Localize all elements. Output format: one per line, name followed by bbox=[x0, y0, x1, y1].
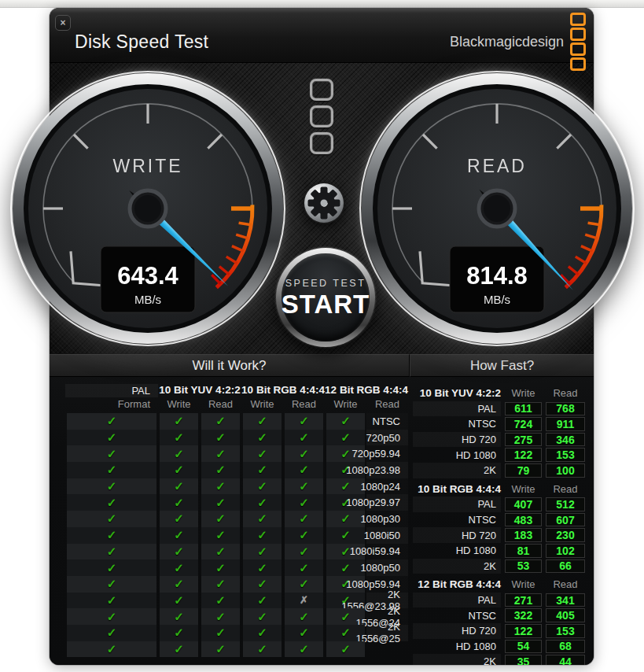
check-icon: ✓ bbox=[285, 608, 323, 625]
format-label: 2K bbox=[413, 654, 501, 665]
write-gauge: WRITE 643.4 MB/s bbox=[6, 67, 289, 350]
read-speed-value: 814.8 bbox=[466, 262, 528, 290]
check-icon: ✓ bbox=[67, 608, 156, 625]
check-icon: ✓ bbox=[243, 527, 282, 544]
check-icon: ✓ bbox=[201, 413, 240, 430]
check-icon: ✓ bbox=[243, 511, 282, 527]
check-icon: ✓ bbox=[67, 445, 156, 462]
format-label: 1080p23.98 bbox=[366, 462, 408, 478]
check-icon: ✓ bbox=[160, 544, 198, 560]
blackmagic-logo-icon bbox=[570, 13, 586, 71]
check-icon: ✓ bbox=[160, 413, 198, 430]
section-header: 10 Bit YUV 4:2:2 bbox=[413, 386, 501, 401]
check-icon: ✓ bbox=[326, 559, 365, 576]
format-label: 720p50 bbox=[366, 430, 408, 446]
check-icon: ✓ bbox=[201, 593, 240, 609]
brand-name: Blackmagicdesign bbox=[450, 34, 564, 50]
format-label: HD 1080 bbox=[413, 639, 501, 655]
format-label: 1080i59.94 bbox=[366, 544, 408, 560]
check-icon: ✓ bbox=[67, 462, 156, 478]
start-button[interactable]: SPEED TEST START bbox=[276, 248, 375, 347]
check-icon: ✓ bbox=[285, 625, 323, 641]
gauge-label: WRITE bbox=[112, 156, 182, 176]
fps-read-value: 512 bbox=[546, 497, 585, 511]
fps-read-value: 153 bbox=[546, 448, 585, 462]
check-icon: ✓ bbox=[67, 511, 156, 527]
check-icon: ✓ bbox=[67, 544, 156, 560]
format-label: NTSC bbox=[413, 607, 501, 623]
check-icon: ✓ bbox=[201, 576, 240, 593]
check-icon: ✓ bbox=[326, 413, 365, 430]
will-it-work-table: 10 Bit YUV 4:2:210 Bit RGB 4:4:412 Bit R… bbox=[65, 384, 408, 657]
check-icon: ✓ bbox=[285, 641, 323, 658]
how-fast-section: 12 Bit RGB 4:4:4WriteReadPAL271341NTSC32… bbox=[413, 577, 591, 665]
check-icon: ✓ bbox=[160, 494, 198, 511]
check-icon: ✓ bbox=[160, 608, 198, 625]
fps-read-value: 153 bbox=[546, 624, 585, 638]
check-icon: ✓ bbox=[67, 478, 156, 495]
fps-write-value: 122 bbox=[505, 448, 542, 462]
fps-write-value: 275 bbox=[505, 433, 542, 447]
check-icon: ✓ bbox=[201, 462, 240, 478]
close-button[interactable]: × bbox=[55, 15, 71, 31]
check-icon: ✓ bbox=[243, 576, 282, 593]
start-button-label: START bbox=[282, 291, 370, 317]
check-icon: ✓ bbox=[243, 608, 282, 625]
fps-write-value: 81 bbox=[505, 544, 542, 558]
format-label: 720p59.94 bbox=[366, 445, 408, 462]
check-icon: ✓ bbox=[201, 544, 240, 560]
write-read-column-header: Read bbox=[546, 577, 585, 593]
fps-write-value: 54 bbox=[505, 640, 542, 654]
format-label: 2K 1556@25 bbox=[366, 625, 408, 641]
fps-read-value: 44 bbox=[546, 655, 585, 665]
window-title: Disk Speed Test bbox=[75, 31, 208, 53]
fps-read-value: 911 bbox=[546, 417, 585, 431]
write-read-column-header: Write bbox=[505, 577, 542, 593]
check-icon: ✓ bbox=[243, 494, 282, 511]
check-icon: ✓ bbox=[67, 593, 156, 609]
section-header: 10 Bit RGB 4:4:4 bbox=[413, 482, 501, 497]
gear-icon bbox=[308, 187, 340, 220]
check-icon: ✓ bbox=[243, 559, 282, 576]
check-icon: ✓ bbox=[243, 462, 282, 478]
write-speed-unit: MB/s bbox=[134, 293, 161, 306]
fps-read-value: 100 bbox=[546, 463, 585, 478]
check-icon: ✓ bbox=[326, 641, 365, 658]
start-button-face: SPEED TEST START bbox=[282, 253, 370, 342]
read-gauge: READ 814.8 MB/s bbox=[355, 67, 638, 350]
format-label: HD 720 bbox=[413, 527, 501, 543]
write-read-column-header: Read bbox=[546, 386, 585, 401]
fps-read-value: 102 bbox=[546, 544, 585, 558]
check-icon: ✓ bbox=[326, 430, 365, 446]
write-read-column-header: Write bbox=[505, 386, 542, 401]
fps-write-value: 183 bbox=[505, 528, 542, 542]
check-icon: ✓ bbox=[160, 625, 198, 641]
check-icon: ✓ bbox=[285, 576, 323, 593]
how-fast-table: 10 Bit YUV 4:2:2WriteReadPAL611768NTSC72… bbox=[413, 386, 591, 665]
write-read-column-header: Write bbox=[325, 397, 366, 413]
check-icon: ✓ bbox=[243, 430, 282, 446]
check-icon: ✓ bbox=[285, 511, 323, 527]
panel-headers: Will it Work? How Fast? bbox=[50, 354, 594, 377]
fps-read-value: 405 bbox=[546, 608, 585, 622]
check-icon: ✓ bbox=[285, 413, 323, 430]
how-fast-section: 10 Bit YUV 4:2:2WriteReadPAL611768NTSC72… bbox=[413, 386, 591, 478]
check-icon: ✓ bbox=[201, 625, 240, 641]
format-label: 1080i50 bbox=[366, 527, 408, 544]
check-icon: ✓ bbox=[285, 462, 323, 478]
write-read-column-header: Write bbox=[505, 482, 542, 497]
check-icon: ✓ bbox=[160, 593, 198, 609]
check-icon: ✓ bbox=[201, 478, 240, 495]
gauge-label: READ bbox=[467, 156, 527, 176]
settings-button[interactable] bbox=[303, 182, 345, 224]
check-icon: ✓ bbox=[326, 511, 365, 527]
title-bar[interactable]: × Disk Speed Test Blackmagicdesign bbox=[50, 8, 594, 63]
format-label: NTSC bbox=[366, 413, 408, 430]
write-read-column-header: Read bbox=[283, 397, 325, 413]
check-icon: ✓ bbox=[160, 430, 198, 446]
format-label: 1080p29.97 bbox=[366, 494, 408, 511]
will-it-work-header: Will it Work? bbox=[50, 354, 410, 377]
check-icon: ✓ bbox=[243, 413, 282, 430]
check-icon: ✓ bbox=[326, 478, 365, 495]
background-menubar-remnant bbox=[0, 0, 644, 8]
